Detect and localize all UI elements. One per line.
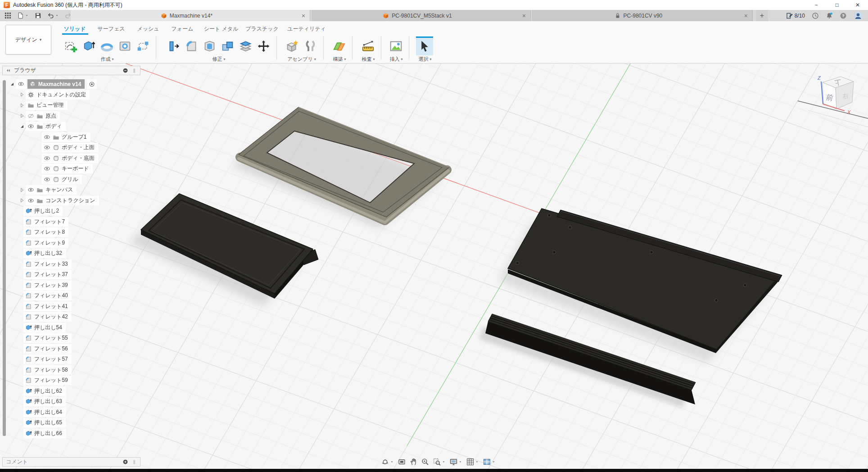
- browser-item[interactable]: フィレット40: [5, 290, 140, 301]
- browser-item[interactable]: フィレット55: [5, 333, 140, 344]
- visibility-toggle[interactable]: [27, 123, 34, 130]
- fillet-tool-button[interactable]: [183, 36, 200, 55]
- visibility-toggle[interactable]: [27, 113, 34, 119]
- create-sketch-tool-button[interactable]: [62, 36, 79, 55]
- new-component-tool-button[interactable]: [284, 36, 301, 55]
- visibility-toggle[interactable]: [44, 155, 50, 162]
- tab-close-icon[interactable]: ×: [302, 12, 305, 19]
- browser-item[interactable]: ドキュメントの設定: [5, 90, 140, 100]
- expand-arrow-icon[interactable]: [18, 113, 26, 118]
- browser-item[interactable]: フィレット56: [5, 344, 140, 354]
- offset-face-tool-button[interactable]: [237, 36, 254, 55]
- browser-item[interactable]: フィレット7: [5, 217, 140, 227]
- ribbon-tab-0[interactable]: ソリッド: [63, 25, 86, 33]
- zoom-window-button[interactable]: [433, 458, 446, 466]
- browser-item[interactable]: フィレット39: [5, 280, 140, 291]
- browser-item[interactable]: 押し出し2: [5, 206, 140, 217]
- extrude-tool-button[interactable]: [80, 36, 97, 55]
- viewports-button[interactable]: [483, 458, 496, 466]
- ribbon-tab-2[interactable]: メッシュ: [137, 25, 159, 33]
- browser-item[interactable]: ボディ・上面: [5, 142, 140, 153]
- browser-item[interactable]: ビュー管理: [5, 100, 140, 111]
- browser-item[interactable]: フィレット57: [5, 354, 140, 365]
- orbit-button[interactable]: [381, 458, 394, 466]
- pan-button[interactable]: [409, 458, 418, 466]
- browser-item[interactable]: キーボード: [5, 163, 140, 174]
- activate-component-radio[interactable]: [87, 79, 97, 89]
- browser-item[interactable]: フィレット37: [5, 269, 140, 280]
- notifications-icon[interactable]: [826, 12, 833, 19]
- document-tab[interactable]: PC-9801CV v90 ×: [532, 10, 753, 21]
- browser-item[interactable]: 押し出し66: [5, 428, 140, 439]
- ribbon-group-label[interactable]: 作成▾: [100, 56, 113, 63]
- visibility-toggle[interactable]: [27, 186, 34, 193]
- combine-tool-button[interactable]: [219, 36, 236, 55]
- ribbon-tab-1[interactable]: サーフェス: [97, 25, 125, 33]
- tab-close-icon[interactable]: ×: [522, 12, 526, 19]
- ribbon-tab-3[interactable]: フォーム: [172, 25, 194, 33]
- ribbon-tab-4[interactable]: シート メタル: [204, 25, 239, 33]
- browser-item[interactable]: フィレット8: [5, 227, 140, 238]
- browser-item[interactable]: フィレット9: [5, 238, 140, 249]
- browser-item[interactable]: 押し出し32: [5, 248, 140, 259]
- visibility-toggle[interactable]: [44, 165, 50, 172]
- browser-item[interactable]: コンストラクション: [5, 195, 140, 206]
- panel-grip-handle[interactable]: [131, 68, 137, 73]
- browser-item[interactable]: フィレット33: [5, 259, 140, 270]
- help-icon[interactable]: ?: [840, 12, 847, 19]
- ribbon-tab-5[interactable]: プラスチック: [245, 25, 279, 33]
- ribbon-group-label[interactable]: 修正▾: [212, 56, 225, 63]
- browser-item[interactable]: 押し出し62: [5, 386, 140, 397]
- look-at-button[interactable]: [398, 458, 406, 466]
- panel-grip-handle[interactable]: [131, 459, 137, 465]
- expand-arrow-icon[interactable]: [18, 187, 26, 193]
- browser-item[interactable]: フィレット42: [5, 312, 140, 322]
- browser-item[interactable]: 押し出し54: [5, 322, 140, 333]
- visibility-toggle[interactable]: [44, 176, 50, 183]
- minimize-button[interactable]: −: [806, 0, 827, 10]
- ribbon-tab-6[interactable]: ユーティリティ: [287, 25, 326, 33]
- ribbon-group-label[interactable]: 構築▾: [333, 56, 346, 63]
- visibility-toggle[interactable]: [44, 134, 50, 141]
- visibility-toggle[interactable]: [44, 144, 50, 151]
- document-tab[interactable]: Maxmachine v14* ×: [71, 10, 310, 21]
- browser-item[interactable]: グリル: [5, 174, 140, 185]
- file-new-button[interactable]: [17, 12, 29, 19]
- zoom-button[interactable]: [421, 458, 429, 466]
- document-tab[interactable]: PC-9801CV_M5Stack v1 ×: [312, 10, 531, 21]
- browser-item[interactable]: 原点: [5, 111, 140, 122]
- workspace-selector[interactable]: デザイン▾: [5, 25, 51, 54]
- display-settings-button[interactable]: [449, 458, 463, 466]
- visibility-toggle[interactable]: [16, 79, 26, 89]
- version-badge[interactable]: 8/10: [786, 12, 805, 19]
- move-copy-tool-button[interactable]: [255, 36, 272, 55]
- ribbon-group-label[interactable]: 検査▾: [362, 56, 375, 63]
- browser-item[interactable]: フィレット58: [5, 365, 140, 376]
- expand-arrow-icon[interactable]: [18, 92, 26, 97]
- save-button[interactable]: [35, 12, 41, 19]
- browser-item[interactable]: 押し出し63: [5, 396, 140, 407]
- insert-canvas-tool-button[interactable]: [387, 36, 404, 55]
- expand-arrow-icon[interactable]: [18, 103, 26, 108]
- panel-minimize-icon[interactable]: [122, 68, 128, 73]
- ribbon-group-label[interactable]: 挿入▾: [389, 56, 402, 63]
- browser-item[interactable]: フィレット41: [5, 301, 140, 312]
- shell-tool-button[interactable]: [201, 36, 218, 55]
- add-comment-icon[interactable]: [122, 459, 128, 465]
- construction-plane-tool-button[interactable]: [330, 36, 348, 55]
- recent-activity-icon[interactable]: [812, 12, 819, 19]
- close-button[interactable]: ✕: [847, 0, 868, 10]
- collapse-arrow-icon[interactable]: [8, 82, 16, 87]
- browser-item[interactable]: フィレット59: [5, 375, 140, 386]
- comment-input[interactable]: コメント: [6, 458, 28, 466]
- browser-panel-header[interactable]: ブラウザ: [2, 66, 140, 75]
- comment-bar[interactable]: コメント: [2, 457, 140, 467]
- browser-item[interactable]: Maxmachine v14: [5, 79, 140, 90]
- app-grid-button[interactable]: [5, 12, 11, 19]
- tab-close-icon[interactable]: ×: [744, 12, 748, 19]
- undo-button[interactable]: [47, 12, 59, 19]
- browser-item[interactable]: グループ1: [5, 132, 140, 143]
- collapse-panel-icon[interactable]: [6, 68, 11, 73]
- avatar[interactable]: [854, 11, 863, 20]
- ribbon-group-label[interactable]: アセンブリ▾: [287, 56, 316, 63]
